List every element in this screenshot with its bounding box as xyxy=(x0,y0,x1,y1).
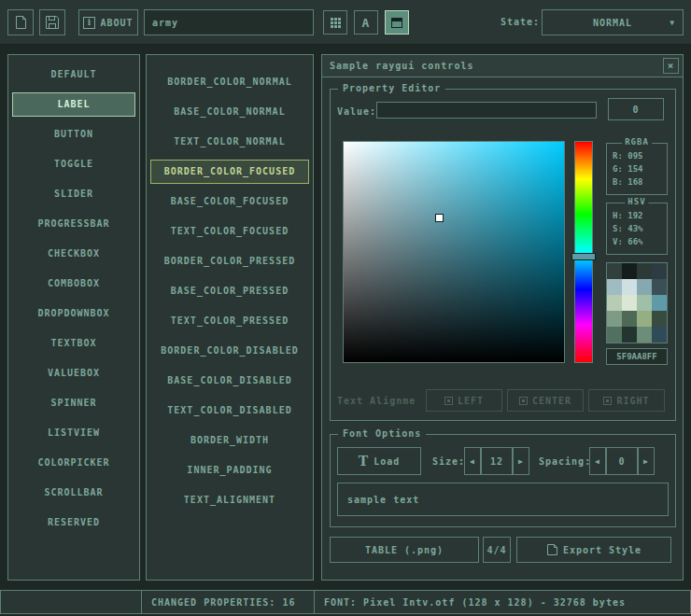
property-item[interactable]: BORDER_COLOR_PRESSED xyxy=(150,249,309,273)
color-swatch[interactable] xyxy=(622,295,637,311)
control-item-button[interactable]: BUTTON xyxy=(12,122,135,147)
color-swatch[interactable] xyxy=(607,263,622,279)
font-spacing-decrement-button[interactable]: ◀ xyxy=(589,447,606,475)
style-table-view-button[interactable] xyxy=(323,10,347,35)
value-spinner-box[interactable]: 0 xyxy=(608,98,664,120)
rgba-panel-label: RGBA xyxy=(622,137,652,147)
font-size-value-text: 12 xyxy=(490,456,503,467)
hsv-s-value: S: 43% xyxy=(607,222,667,235)
value-input[interactable] xyxy=(376,102,597,119)
color-swatch[interactable] xyxy=(652,279,667,295)
control-item-progressbar[interactable]: PROGRESSBAR xyxy=(12,212,135,236)
export-icon xyxy=(546,543,558,556)
color-swatch[interactable] xyxy=(622,263,637,279)
control-item-dropdownbox[interactable]: DROPDOWNBOX xyxy=(12,301,135,326)
font-load-button[interactable]: T Load xyxy=(337,447,421,475)
color-swatch[interactable] xyxy=(607,295,622,311)
sample-text-box[interactable]: sample text xyxy=(337,483,669,516)
pages-indicator: 4/4 xyxy=(483,537,511,563)
chevron-left-icon: ◀ xyxy=(470,457,475,466)
font-size-increment-button[interactable]: ▶ xyxy=(513,447,529,475)
info-icon: i xyxy=(83,17,95,29)
property-item[interactable]: TEXT_COLOR_PRESSED xyxy=(150,309,309,333)
property-item[interactable]: BASE_COLOR_DISABLED xyxy=(150,369,309,393)
color-picker-gradient[interactable] xyxy=(343,141,565,363)
color-swatch[interactable] xyxy=(652,311,667,327)
property-item[interactable]: BASE_COLOR_PRESSED xyxy=(150,279,309,303)
color-swatch[interactable] xyxy=(622,279,637,295)
hex-color-value[interactable]: 5F9AA8FF xyxy=(606,348,668,365)
color-swatch[interactable] xyxy=(637,263,652,279)
state-dropdown[interactable]: NORMAL ▼ xyxy=(542,9,684,35)
property-item[interactable]: BORDER_COLOR_DISABLED xyxy=(150,339,309,363)
color-swatch[interactable] xyxy=(622,311,637,327)
property-item-selected[interactable]: BORDER_COLOR_FOCUSED xyxy=(150,160,309,184)
color-swatch[interactable] xyxy=(637,279,652,295)
export-format-button[interactable]: TABLE (.png) xyxy=(330,537,479,563)
control-item-textbox[interactable]: TEXTBOX xyxy=(12,331,135,356)
align-left-button[interactable]: LEFT xyxy=(426,389,502,412)
hue-bar[interactable] xyxy=(574,141,593,363)
new-file-icon xyxy=(14,15,28,30)
close-window-button[interactable]: × xyxy=(663,58,679,74)
property-item[interactable]: INNER_PADDING xyxy=(150,458,309,483)
color-swatch[interactable] xyxy=(622,327,637,343)
hue-slider-handle[interactable] xyxy=(571,253,596,260)
window-titlebar[interactable]: Sample raygui controls × xyxy=(322,55,683,77)
control-item-reserved[interactable]: RESERVED xyxy=(12,511,135,535)
grid-icon xyxy=(330,17,342,29)
control-item-colorpicker[interactable]: COLORPICKER xyxy=(12,451,135,475)
control-item-scrollbar[interactable]: SCROLLBAR xyxy=(12,481,135,505)
control-item-default[interactable]: DEFAULT xyxy=(12,63,135,87)
property-item[interactable]: TEXT_COLOR_FOCUSED xyxy=(150,219,309,244)
color-swatch[interactable] xyxy=(607,327,622,343)
rgba-r-value: R: 095 xyxy=(607,149,667,162)
export-style-button[interactable]: Export Style xyxy=(516,537,671,563)
control-item-slider[interactable]: SLIDER xyxy=(12,182,135,206)
control-item-spinner[interactable]: SPINNER xyxy=(12,391,135,415)
property-item[interactable]: TEXT_ALIGNMENT xyxy=(150,488,309,512)
property-item[interactable]: TEXT_COLOR_DISABLED xyxy=(150,399,309,423)
style-name-input[interactable] xyxy=(144,9,314,35)
font-spacing-value[interactable]: 0 xyxy=(606,447,638,475)
color-swatch[interactable] xyxy=(652,263,667,279)
hsv-panel: HSV H: 192 S: 43% V: 66% xyxy=(606,203,668,255)
controls-view-button[interactable] xyxy=(385,10,409,35)
property-item[interactable]: BORDER_WIDTH xyxy=(150,428,309,453)
property-item[interactable]: TEXT_COLOR_NORMAL xyxy=(150,130,309,154)
new-style-button[interactable] xyxy=(7,9,34,35)
color-swatch-grid xyxy=(606,262,668,343)
property-item[interactable]: BASE_COLOR_NORMAL xyxy=(150,100,309,124)
property-item[interactable]: BORDER_COLOR_NORMAL xyxy=(150,70,309,94)
align-center-button[interactable]: CENTER xyxy=(507,389,584,412)
color-picker-cursor[interactable] xyxy=(436,215,443,221)
control-item-listview[interactable]: LISTVIEW xyxy=(12,421,135,445)
about-button[interactable]: i ABOUT xyxy=(78,9,138,35)
font-view-button[interactable]: A xyxy=(354,10,378,35)
font-size-decrement-button[interactable]: ◀ xyxy=(464,447,481,475)
font-size-label: Size: xyxy=(432,456,465,467)
color-swatch[interactable] xyxy=(637,311,652,327)
align-left-label: LEFT xyxy=(458,396,484,406)
color-swatch[interactable] xyxy=(652,327,667,343)
control-item-valuebox[interactable]: VALUEBOX xyxy=(12,361,135,385)
control-item-toggle[interactable]: TOGGLE xyxy=(12,152,135,176)
export-format-label: TABLE (.png) xyxy=(365,545,444,555)
color-swatch[interactable] xyxy=(607,311,622,327)
color-swatch[interactable] xyxy=(637,295,652,311)
chevron-left-icon: ◀ xyxy=(595,457,600,466)
align-right-button[interactable]: RIGHT xyxy=(588,389,665,412)
save-style-button[interactable] xyxy=(39,9,65,35)
color-swatch[interactable] xyxy=(607,279,622,295)
value-spinner-text: 0 xyxy=(632,105,639,115)
color-swatch[interactable] xyxy=(637,327,652,343)
property-item[interactable]: BASE_COLOR_FOCUSED xyxy=(150,189,309,214)
control-item-checkbox[interactable]: CHECKBOX xyxy=(12,242,135,266)
color-swatch[interactable] xyxy=(652,295,667,311)
control-item-combobox[interactable]: COMBOBOX xyxy=(12,272,135,296)
font-spacing-increment-button[interactable]: ▶ xyxy=(638,447,655,475)
font-size-value[interactable]: 12 xyxy=(481,447,513,475)
control-item-label[interactable]: LABEL xyxy=(12,92,135,117)
font-spacing-label: Spacing: xyxy=(539,456,591,467)
text-alignment-label: Text Alignme xyxy=(337,396,416,406)
